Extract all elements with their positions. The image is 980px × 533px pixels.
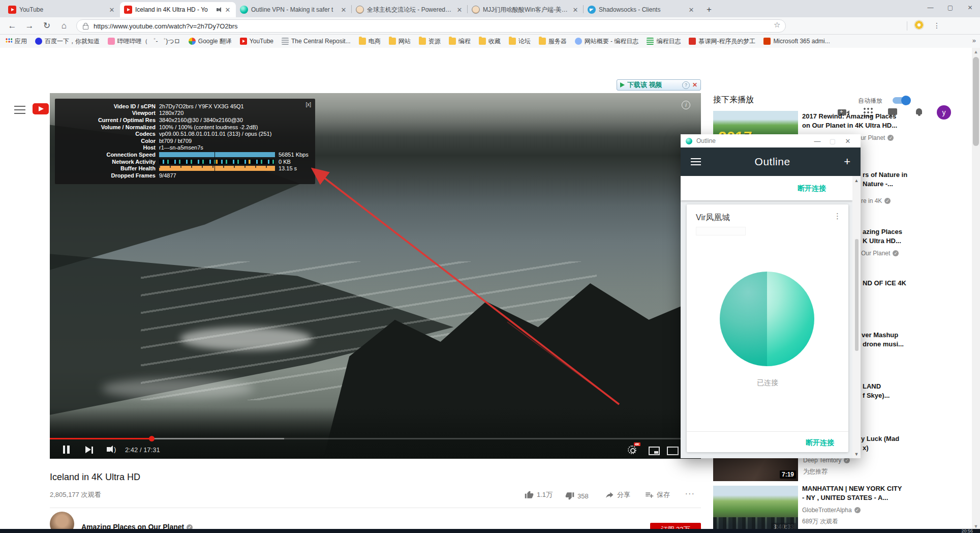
- bookmark-item[interactable]: 网站: [389, 37, 411, 46]
- bookmark-item[interactable]: Microsoft 365 admi...: [763, 38, 830, 45]
- scrollbar-up-arrow[interactable]: ▲: [972, 49, 980, 54]
- outline-add-server-button[interactable]: +: [844, 155, 850, 168]
- sidebar-item-fragment[interactable]: Nature -...: [863, 180, 893, 188]
- settings-button[interactable]: 4K: [628, 446, 636, 454]
- url-text[interactable]: https://www.youtube.com/watch?v=2h7Dy7O2…: [94, 22, 238, 30]
- home-button[interactable]: ⌂: [57, 19, 71, 33]
- tab-close-button[interactable]: ✕: [340, 6, 348, 14]
- browser-tab[interactable]: Shadowsocks - Clients✕: [584, 2, 699, 17]
- scrollbar-down-arrow[interactable]: ▼: [972, 524, 980, 529]
- video-info-icon[interactable]: i: [682, 101, 690, 109]
- forward-button[interactable]: →: [22, 19, 37, 33]
- outline-menu-icon[interactable]: [691, 158, 701, 165]
- address-bar[interactable]: https://www.youtube.com/watch?v=2h7Dy7O2…: [76, 19, 786, 33]
- tab-close-button[interactable]: ✕: [571, 6, 579, 14]
- outline-minimize-button[interactable]: —: [810, 137, 825, 145]
- sidebar-item-fragment[interactable]: LAND: [863, 382, 881, 390]
- help-icon[interactable]: ?: [682, 81, 690, 89]
- bookmark-item[interactable]: 编程日志: [647, 37, 681, 46]
- bookmark-item[interactable]: Google 翻译: [189, 37, 232, 46]
- bookmark-item[interactable]: 慕课网-程序员的梦工: [689, 37, 755, 46]
- progress-scrubber[interactable]: [149, 436, 155, 441]
- browser-tab[interactable]: Outline VPN - Making it safer t✕: [236, 2, 352, 17]
- sidebar-item-fragment[interactable]: re in 4K✓: [861, 197, 891, 204]
- suggested-video-channel[interactable]: GlobeTrotterAlpha✓: [802, 507, 861, 514]
- video-player[interactable]: [x] Video ID / sCPN2h7Dy7O2brs / Y9FX VX…: [50, 93, 701, 459]
- bookmark-item[interactable]: 电商: [359, 37, 381, 46]
- reload-button[interactable]: ↻: [40, 19, 54, 33]
- pause-button[interactable]: [63, 446, 70, 454]
- like-button[interactable]: 1.1万: [525, 490, 553, 499]
- window-close-button[interactable]: ✕: [960, 0, 980, 15]
- sidebar-item-fragment[interactable]: f Skye)...: [863, 392, 890, 399]
- tab-close-button[interactable]: ✕: [687, 6, 695, 14]
- profile-avatar[interactable]: [914, 20, 925, 31]
- theater-button[interactable]: [667, 447, 679, 455]
- download-video-overlay-button[interactable]: 下载该 视频 ? ✕: [617, 79, 701, 91]
- new-tab-button[interactable]: +: [702, 4, 716, 16]
- bookmark-item[interactable]: The Central Reposit...: [282, 38, 351, 45]
- outline-scroll-up-arrow[interactable]: ▲: [852, 178, 861, 183]
- bookmark-item[interactable]: 论坛: [509, 37, 531, 46]
- bookmark-item[interactable]: 百度一下，你就知道: [35, 37, 100, 46]
- bookmark-item[interactable]: 应用: [5, 37, 27, 46]
- volume-button[interactable]: [107, 446, 110, 452]
- sidebar-item-fragment[interactable]: azing Places: [863, 228, 902, 235]
- browser-tab[interactable]: YouTube✕: [4, 2, 120, 17]
- bookmark-item[interactable]: 编程: [449, 37, 471, 46]
- outline-title-bar[interactable]: Outline — ▢ ✕: [681, 134, 861, 147]
- stats-value: 3840x2160@30 / 3840x2160@30: [159, 117, 243, 123]
- bookmarks-overflow-chevron[interactable]: »: [972, 37, 976, 44]
- sidebar-item-fragment[interactable]: rs of Nature in: [863, 171, 907, 179]
- window-minimize-button[interactable]: —: [921, 0, 940, 15]
- window-maximize-button[interactable]: ▢: [940, 0, 960, 15]
- sidebar-item-fragment[interactable]: ND OF ICE 4K: [863, 279, 906, 287]
- autoplay-toggle[interactable]: [893, 97, 910, 104]
- sidebar-item-fragment[interactable]: Our Planet✓: [861, 250, 899, 257]
- suggested-video-title[interactable]: 2017 Rewind: Amazing Placeson Our Planet…: [802, 112, 970, 130]
- bookmark-item[interactable]: 网站概要 - 编程日志: [575, 37, 639, 46]
- sidebar-item-fragment[interactable]: x): [863, 444, 869, 452]
- browser-tab[interactable]: MJJ们用啥酸酸Win客户端-美国V✕: [468, 2, 584, 17]
- sidebar-item-fragment[interactable]: drone musi...: [863, 340, 904, 348]
- scrollbar-thumb[interactable]: [973, 57, 979, 146]
- browser-menu-button[interactable]: ⋮: [931, 20, 942, 31]
- bookmark-item[interactable]: YouTube: [240, 38, 273, 45]
- bookmark-item[interactable]: 收藏: [479, 37, 501, 46]
- outline-scroll-down-arrow[interactable]: ▼: [852, 452, 861, 457]
- bookmark-star-icon[interactable]: ☆: [774, 20, 780, 29]
- outline-scrollbar-thumb[interactable]: [855, 239, 859, 351]
- outline-server-menu-button[interactable]: ⋮: [834, 212, 841, 221]
- miniplayer-button[interactable]: [649, 447, 660, 455]
- browser-tab[interactable]: 全球主机交流论坛 - Powered by✕: [352, 2, 468, 17]
- hamburger-menu-icon[interactable]: [14, 106, 25, 114]
- save-button[interactable]: 保存: [645, 490, 670, 499]
- share-button[interactable]: 分享: [605, 490, 630, 499]
- tab-audio-icon[interactable]: [217, 7, 224, 13]
- next-button[interactable]: [85, 446, 91, 453]
- outline-close-button[interactable]: ✕: [840, 137, 855, 145]
- sidebar-item-fragment[interactable]: K Ultra HD...: [863, 237, 901, 245]
- windows-taskbar-sliver[interactable]: 20:56: [0, 529, 980, 533]
- dismiss-icon[interactable]: ✕: [692, 81, 697, 88]
- browser-tab[interactable]: Iceland in 4K Ultra HD - Yo✕: [120, 2, 236, 17]
- outline-disconnect-link[interactable]: 断开连接: [798, 184, 826, 193]
- back-button[interactable]: ←: [5, 19, 19, 33]
- video-title: Iceland in 4K Ultra HD: [50, 472, 140, 483]
- bookmark-item[interactable]: 哔哩哔哩（ ゜- ゜)つロ: [108, 37, 180, 46]
- progress-bar[interactable]: [50, 438, 701, 439]
- suggested-video-title[interactable]: MANHATTAN | NEW YORK CITY- NY , UNITED S…: [802, 484, 970, 502]
- outline-disconnect-button[interactable]: 断开连接: [806, 438, 834, 448]
- dislike-button[interactable]: 358: [565, 491, 589, 500]
- more-actions-button[interactable]: ...: [685, 487, 695, 496]
- sidebar-item-fragment[interactable]: 为您推荐: [803, 467, 828, 476]
- stats-close-button[interactable]: [x]: [305, 102, 311, 107]
- tab-close-button[interactable]: ✕: [455, 6, 464, 14]
- tab-close-button[interactable]: ✕: [108, 6, 116, 14]
- bookmark-item[interactable]: 资源: [419, 37, 441, 46]
- suggested-video-thumbnail[interactable]: 3:40:33: [713, 486, 798, 533]
- sidebar-item-fragment[interactable]: y Luck (Mad: [861, 435, 899, 442]
- tab-close-button[interactable]: ✕: [224, 6, 232, 14]
- sidebar-item-fragment[interactable]: ver Mashup: [862, 331, 898, 339]
- bookmark-item[interactable]: 服务器: [539, 37, 567, 46]
